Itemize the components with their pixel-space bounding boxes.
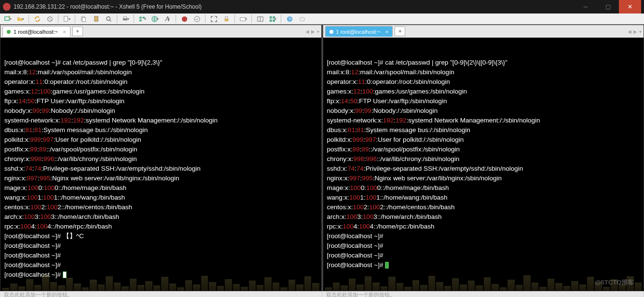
minimize-button[interactable]: ─ — [575, 0, 597, 14]
app-icon — [3, 3, 11, 11]
new-tab-button[interactable]: + — [72, 27, 83, 36]
keyboard-button[interactable] — [237, 14, 249, 24]
layout-grid-button[interactable] — [267, 14, 278, 24]
lock-button[interactable] — [220, 14, 232, 24]
tunnel-button[interactable] — [191, 14, 203, 24]
svg-rect-10 — [142, 16, 145, 18]
find-button[interactable] — [103, 14, 114, 24]
sessions-button[interactable] — [137, 14, 148, 24]
svg-rect-16 — [240, 17, 246, 21]
svg-rect-9 — [139, 16, 142, 18]
prompt: [root@localhost ~]# — [327, 252, 384, 259]
cursor — [385, 262, 389, 269]
prompt: [root@localhost ~]# — [327, 232, 384, 240]
new-session-button[interactable] — [2, 14, 14, 24]
svg-text:?: ? — [288, 17, 290, 22]
tab-nav: ◀▶▾ — [305, 29, 319, 34]
prompt: [root@localhost ~]# 【】^C — [4, 232, 84, 240]
prompt: [root@localhost ~]# — [4, 271, 63, 278]
prompt: [root@localhost ~]# — [4, 252, 61, 259]
svg-rect-4 — [82, 17, 85, 21]
connection-status-icon — [7, 30, 11, 34]
left-tabbar: 1 root@localhost:~ × + ◀▶▾ — [0, 25, 321, 38]
right-pane: 1 root@localhost:~ × + ◀▶▾ [root@localho… — [322, 25, 644, 291]
tab-label: 1 root@localhost:~ — [14, 29, 58, 35]
tab-close-icon[interactable]: × — [63, 29, 66, 35]
quick-hint-right[interactable]: 双击此处添加一个新的按钮。 — [322, 291, 644, 297]
svg-rect-5 — [94, 16, 98, 21]
connection-status-icon — [329, 30, 333, 34]
prompt: [root@localhost ~]# — [4, 261, 61, 269]
open-button[interactable] — [14, 14, 26, 24]
svg-point-14 — [194, 16, 199, 21]
left-tab[interactable]: 1 root@localhost:~ × — [2, 26, 70, 37]
watermark: @5TCTO博客 — [595, 278, 634, 287]
tab-label: 1 root@localhost:~ — [336, 29, 381, 35]
main-toolbar: A ? — [0, 14, 644, 25]
term-line: [root@localhost ~]# cat /etc/passwd | gr… — [327, 59, 507, 66]
right-tabbar: 1 root@localhost:~ × + ◀▶▾ — [323, 25, 644, 38]
svg-rect-19 — [270, 16, 272, 18]
svg-point-6 — [106, 16, 110, 20]
script-button[interactable] — [178, 14, 190, 24]
left-pane: 1 root@localhost:~ × + ◀▶▾ [root@localho… — [0, 25, 322, 291]
term-line: [root@localhost ~]# cat /etc/passwd | gr… — [4, 59, 162, 66]
svg-point-13 — [181, 16, 187, 21]
tab-close-icon[interactable]: × — [385, 29, 388, 35]
cursor — [63, 271, 67, 278]
right-tab[interactable]: 1 root@localhost:~ × — [325, 26, 393, 37]
svg-rect-15 — [224, 18, 228, 21]
svg-rect-25 — [300, 17, 304, 21]
disconnect-button[interactable] — [44, 14, 55, 24]
svg-rect-0 — [5, 16, 9, 20]
t: mail:x:8: — [4, 68, 28, 76]
new-tab-button[interactable]: + — [395, 27, 405, 36]
info-button[interactable] — [296, 14, 308, 24]
prompt: [root@localhost ~]# — [327, 242, 384, 249]
quick-hint-left[interactable]: 双击此处添加一个新的按钮。 — [0, 291, 322, 297]
svg-rect-11 — [139, 19, 142, 21]
window-title: 192.168.238.131:22 - root@localhost:~ - … — [14, 3, 575, 10]
right-terminal[interactable]: [root@localhost ~]# cat /etc/passwd | gr… — [323, 38, 644, 291]
svg-rect-2 — [64, 16, 68, 21]
maximize-button[interactable]: ▢ — [597, 0, 619, 14]
prompt: [root@localhost ~]# — [327, 261, 385, 269]
window-titlebar: 192.168.238.131:22 - root@localhost:~ - … — [0, 0, 644, 14]
layout-h-button[interactable] — [254, 14, 266, 24]
print-button[interactable] — [120, 14, 131, 24]
close-button[interactable]: ✕ — [619, 0, 641, 14]
svg-rect-22 — [273, 19, 275, 22]
prompt: [root@localhost ~]# — [4, 242, 61, 249]
quick-command-bar: 双击此处添加一个新的按钮。 双击此处添加一个新的按钮。 — [0, 291, 644, 297]
terminal-panes: 1 root@localhost:~ × + ◀▶▾ [root@localho… — [0, 25, 644, 291]
font-button[interactable]: A — [162, 14, 173, 24]
fullscreen-button[interactable] — [208, 14, 219, 24]
copy-button[interactable] — [78, 14, 89, 24]
reconnect-button[interactable] — [31, 14, 43, 24]
svg-rect-8 — [124, 16, 127, 18]
web-button[interactable] — [149, 14, 161, 24]
properties-button[interactable] — [61, 14, 72, 24]
help-button[interactable]: ? — [284, 14, 295, 24]
left-terminal[interactable]: [root@localhost ~]# cat /etc/passwd | gr… — [0, 38, 321, 291]
paste-button[interactable] — [90, 14, 102, 24]
svg-rect-21 — [270, 19, 272, 22]
tab-nav: ◀▶▾ — [628, 29, 642, 34]
svg-rect-20 — [273, 16, 275, 18]
